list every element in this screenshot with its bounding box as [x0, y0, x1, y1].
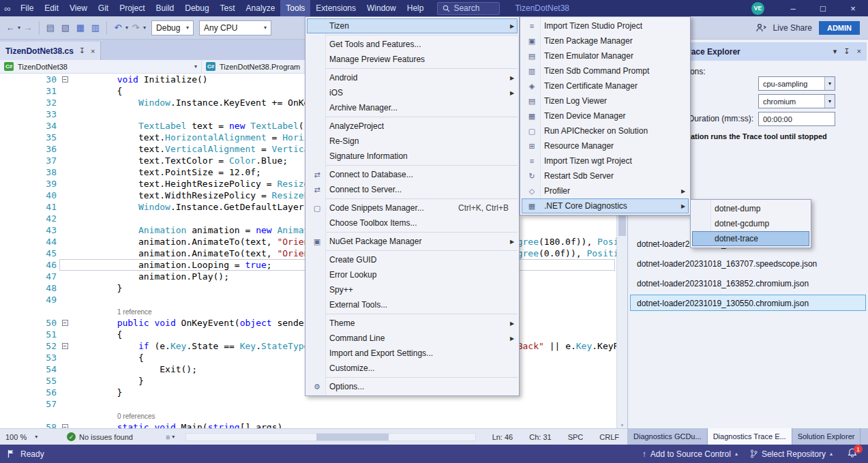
column-indicator[interactable]: Ch: 31: [524, 433, 556, 441]
solution-configuration-dropdown[interactable]: Debug ▾: [151, 20, 194, 35]
collapse-icon[interactable]: −: [62, 343, 68, 349]
menu-item-manage-preview-features[interactable]: Manage Preview Features: [307, 52, 518, 67]
menu-item-tizen-sdb-command-prompt[interactable]: ▥Tizen Sdb Command Prompt: [522, 63, 689, 78]
menu-item-android[interactable]: Android▶: [307, 70, 518, 85]
menu-item-nuget-package-manager[interactable]: ▣NuGet Package Manager▶: [307, 234, 518, 249]
line-ending-indicator[interactable]: CRLF: [594, 433, 625, 441]
chevron-down-icon[interactable]: ▾: [833, 47, 837, 56]
menu-item-signature-information[interactable]: Signature Information: [307, 149, 518, 164]
trace-file-item[interactable]: dotnet-loader20231018_163852.chromium.js…: [630, 275, 866, 291]
document-tab[interactable]: TizenDotNet38.cs ↧ ×: [0, 42, 101, 60]
menu-item-import-tizen-wgt-project[interactable]: ≡Import Tizen wgt Project: [522, 153, 689, 168]
outline-margin[interactable]: −: [59, 74, 70, 85]
breadcrumb-project-dropdown[interactable]: C# TizenDotNet38 ▾: [0, 60, 202, 73]
menubar-item-tools[interactable]: Tools: [280, 0, 310, 16]
save-icon[interactable]: ▦: [74, 20, 87, 35]
menu-item-analyzeproject[interactable]: AnalyzeProject: [307, 119, 518, 134]
panel-tab-solution-explorer[interactable]: Solution Explorer: [792, 428, 861, 445]
close-button[interactable]: ×: [838, 0, 868, 16]
collapse-icon[interactable]: −: [62, 320, 68, 326]
menubar-item-test[interactable]: Test: [215, 0, 241, 16]
outline-margin[interactable]: −: [59, 340, 70, 352]
menu-item-tizen-device-manager[interactable]: ▦Tizen Device Manager: [522, 108, 689, 123]
menu-item-code-snippets-manager[interactable]: ▢Code Snippets Manager...Ctrl+K, Ctrl+B: [307, 200, 518, 215]
menu-item-tizen-certificate-manager[interactable]: ◈Tizen Certificate Manager: [522, 78, 689, 93]
trace-format-dropdown[interactable]: chromium ▾: [758, 94, 835, 108]
new-project-icon[interactable]: ▤: [44, 20, 57, 35]
menu-item-options[interactable]: ⚙Options...: [307, 379, 518, 394]
menu-item-net-core-diagnostics[interactable]: ▦.NET Core Diagnostics▶: [522, 198, 689, 213]
menu-item-choose-toolbox-items[interactable]: Choose Toolbox Items...: [307, 215, 518, 230]
minimize-button[interactable]: –: [778, 0, 808, 16]
menu-item-external-tools[interactable]: External Tools...: [307, 297, 518, 312]
horizontal-scrollbar[interactable]: [185, 433, 475, 441]
menubar-item-project[interactable]: Project: [114, 0, 150, 16]
menu-item-profiler[interactable]: ◇Profiler▶: [522, 183, 689, 198]
navigate-back-icon[interactable]: ←: [3, 20, 17, 35]
live-share-label[interactable]: Live Share: [773, 23, 812, 33]
notifications-button[interactable]: 1: [848, 448, 857, 460]
chevron-down-icon[interactable]: ▾: [125, 25, 128, 31]
zoom-dropdown[interactable]: 100 % ▾: [3, 433, 42, 441]
search-box[interactable]: Search ▾: [437, 2, 500, 15]
duration-input[interactable]: 00:00:00: [758, 112, 835, 126]
select-repository-button[interactable]: Select Repository ▴: [750, 449, 833, 459]
menu-item-dotnet-trace[interactable]: dotnet-trace: [692, 231, 809, 246]
menu-item-get-tools-and-features[interactable]: Get Tools and Features...: [307, 37, 518, 52]
trace-file-item[interactable]: dotnet-loader20231019_130550.chromium.js…: [630, 295, 866, 311]
error-filter-dropdown[interactable]: ≡ ▾: [166, 433, 175, 441]
maximize-button[interactable]: □: [808, 0, 838, 16]
menubar-item-view[interactable]: View: [64, 0, 93, 16]
menubar-item-build[interactable]: Build: [151, 0, 180, 16]
menu-item-tizen[interactable]: Tizen▶: [307, 18, 518, 33]
add-to-source-control-button[interactable]: ↑ Add to Source Control ▴: [642, 449, 738, 459]
menubar-item-extensions[interactable]: Extensions: [310, 0, 361, 16]
menubar-item-file[interactable]: File: [15, 0, 39, 16]
codelens-references[interactable]: 1 reference: [117, 308, 152, 316]
close-panel-icon[interactable]: ×: [857, 47, 861, 56]
menu-item-run-apichecker-on-solution[interactable]: ▢Run APIChecker on Solution: [522, 123, 689, 138]
menubar-item-edit[interactable]: Edit: [39, 0, 64, 16]
menu-item-error-lookup[interactable]: Error Lookup: [307, 267, 518, 282]
menu-item-archive-manager[interactable]: Archive Manager...: [307, 100, 518, 115]
chevron-down-icon[interactable]: ▾: [143, 25, 146, 31]
save-all-icon[interactable]: ▥: [89, 20, 102, 35]
menu-item-re-sign[interactable]: Re-Sign: [307, 134, 518, 149]
navigate-forward-icon[interactable]: →: [21, 20, 35, 35]
live-share-icon[interactable]: [755, 23, 766, 33]
undo-icon[interactable]: ↶: [111, 20, 125, 35]
menubar-item-help[interactable]: Help: [402, 0, 430, 16]
trace-provider-dropdown[interactable]: cpu-sampling ▾: [758, 76, 835, 91]
menu-item-connect-to-server[interactable]: ⇄Connect to Server...: [307, 182, 518, 197]
menu-item-customize[interactable]: Customize...: [307, 361, 518, 376]
indent-mode-indicator[interactable]: SPC: [563, 433, 589, 441]
line-indicator[interactable]: Ln: 46: [487, 433, 519, 441]
menu-item-dotnet-dump[interactable]: dotnet-dump: [692, 201, 809, 216]
breadcrumb-member-dropdown[interactable]: C# TizenDotNet38.Program: [202, 60, 304, 73]
menu-item-spy[interactable]: Spy++: [307, 282, 518, 297]
chevron-down-icon[interactable]: ▾: [18, 25, 20, 31]
panel-tab-diagnostics-gcdu[interactable]: Diagnostics GCDu...: [628, 428, 708, 445]
menu-item-tizen-emulator-manager[interactable]: ▤Tizen Emulator Manager: [522, 48, 689, 63]
menu-item-command-line[interactable]: Command Line▶: [307, 331, 518, 346]
menu-item-tizen-package-manager[interactable]: ▣Tizen Package Manager: [522, 33, 689, 48]
solution-platform-dropdown[interactable]: Any CPU ▾: [199, 20, 271, 35]
menu-item-connect-to-database[interactable]: ⇄Connect to Database...: [307, 167, 518, 182]
menu-item-restart-sdb-server[interactable]: ↻Restart Sdb Server: [522, 168, 689, 183]
collapse-icon[interactable]: −: [62, 424, 68, 428]
admin-button[interactable]: ADMIN: [819, 21, 860, 35]
menu-item-import-tizen-studio-project[interactable]: ≡Import Tizen Studio Project: [522, 18, 689, 33]
menu-item-ios[interactable]: iOS▶: [307, 85, 518, 100]
panel-tab-diagnostics-trace-e[interactable]: Diagnostics Trace E...: [708, 428, 792, 445]
user-avatar[interactable]: VE: [751, 2, 764, 15]
scrollbar-thumb[interactable]: [316, 434, 389, 440]
redo-icon[interactable]: ↷: [129, 20, 143, 35]
scroll-down-icon[interactable]: ▾: [620, 422, 624, 428]
close-tab-icon[interactable]: ×: [91, 47, 95, 55]
outline-margin[interactable]: −: [59, 317, 70, 329]
menu-item-import-and-export-settings[interactable]: Import and Export Settings...: [307, 346, 518, 361]
menu-item-tizen-log-viewer[interactable]: ▤Tizen Log Viewer: [522, 93, 689, 108]
collapse-icon[interactable]: −: [62, 76, 68, 83]
codelens-references[interactable]: 0 references: [117, 413, 155, 420]
menubar-item-analyze[interactable]: Analyze: [241, 0, 281, 16]
